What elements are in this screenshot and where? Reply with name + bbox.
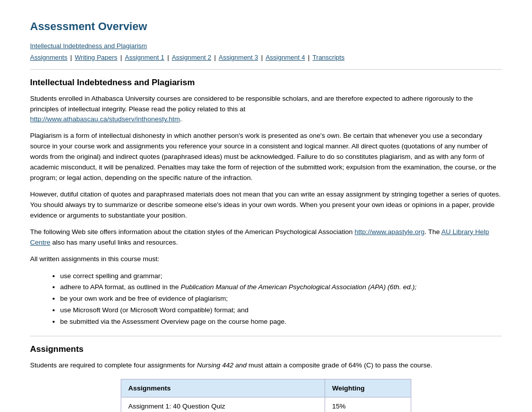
col-header-assignments: Assignments — [121, 379, 325, 397]
publication-manual-italic: Publication Manual of the American Psych… — [181, 283, 417, 291]
apa-policy-link[interactable]: http://www.athabascau.ca/studserv/inthon… — [30, 115, 180, 123]
table-cell-weighting: 15% — [325, 397, 411, 412]
nav-divider — [30, 69, 502, 70]
assignments-table: Assignments Weighting Assignment 1: 40 Q… — [121, 379, 411, 412]
intellectual-p3: However, dutiful citation of quotes and … — [30, 189, 502, 221]
intellectual-p4: The following Web site offers informatio… — [30, 227, 502, 248]
separator: | — [261, 54, 264, 61]
assignments-p1: Students are required to complete four a… — [30, 360, 502, 371]
requirements-list: use correct spelling and grammar; adhere… — [60, 271, 502, 328]
assignments-heading: Assignments — [30, 344, 502, 354]
nav-top-link[interactable]: Intellectual Indebtedness and Plagiarism — [30, 42, 147, 50]
nav-link-transcripts[interactable]: Transcripts — [313, 54, 345, 61]
section-divider — [30, 336, 502, 336]
nav-link-assignments[interactable]: Assignments — [30, 54, 67, 61]
nav-link-assignment4[interactable]: Assignment 4 — [265, 54, 305, 61]
separator: | — [214, 54, 218, 61]
separator: | — [308, 54, 312, 61]
separator: | — [167, 54, 171, 61]
course-name-italic: Nursing 442 and — [197, 361, 246, 369]
nav-link-writing-papers[interactable]: Writing Papers — [75, 54, 117, 61]
apastyle-link[interactable]: http://www.apastyle.org — [355, 228, 425, 236]
page-title: Assessment Overview — [30, 20, 502, 33]
separator: | — [120, 54, 124, 61]
intellectual-p1: Students enrolled in Athabasca Universit… — [30, 94, 502, 125]
list-item: use Microsoft Word (or Microsoft Word co… — [60, 305, 502, 316]
nav-link-assignment3[interactable]: Assignment 3 — [219, 54, 258, 61]
separator: | — [70, 54, 74, 61]
intellectual-heading: Intellectual Indebtedness and Plagiarism — [30, 78, 502, 88]
intellectual-p5: All written assignments in this course m… — [30, 254, 502, 265]
top-nav: Intellectual Indebtedness and Plagiarism… — [30, 40, 502, 63]
list-item: be submitted via the Assessment Overview… — [60, 316, 502, 328]
table-header-row: Assignments Weighting — [121, 379, 411, 397]
list-item: be your own work and be free of evidence… — [60, 293, 502, 305]
list-item: adhere to APA format, as outlined in the… — [60, 282, 502, 293]
nav-link-assignment2[interactable]: Assignment 2 — [172, 54, 211, 61]
table-row: Assignment 1: 40 Question Quiz 15% — [121, 397, 411, 412]
col-header-weighting: Weighting — [325, 379, 411, 397]
intellectual-p2: Plagiarism is a form of intellectual dis… — [30, 131, 502, 183]
nav-link-assignment1[interactable]: Assignment 1 — [125, 54, 164, 61]
table-cell-assignment: Assignment 1: 40 Question Quiz — [121, 397, 325, 412]
list-item: use correct spelling and grammar; — [60, 271, 502, 282]
